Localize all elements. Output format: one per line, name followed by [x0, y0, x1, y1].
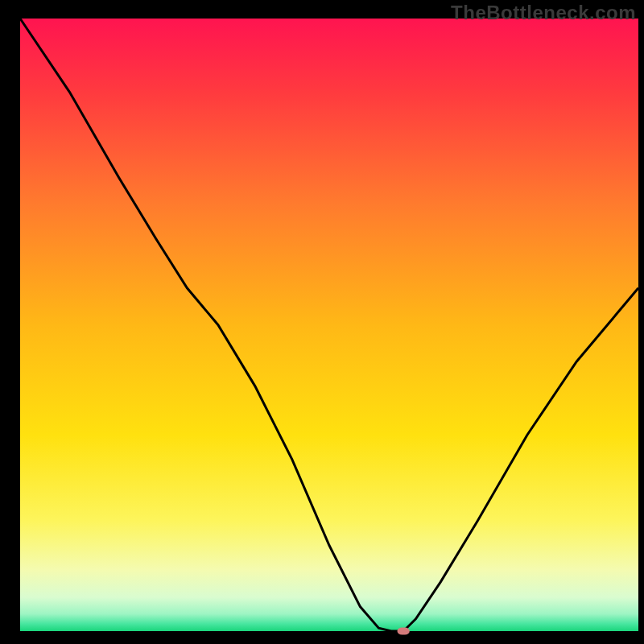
bottleneck-chart: TheBottleneck.com	[0, 0, 644, 644]
current-config-marker	[397, 627, 409, 634]
plot-background	[20, 19, 638, 631]
chart-svg	[0, 0, 644, 644]
watermark-text: TheBottleneck.com	[451, 2, 636, 24]
